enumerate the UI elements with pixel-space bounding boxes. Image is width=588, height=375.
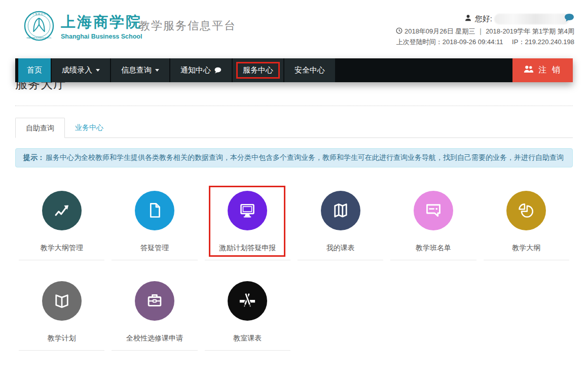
- document-icon: [135, 191, 174, 230]
- service-tile[interactable]: 教学计划: [19, 277, 104, 351]
- tab-business-center[interactable]: 业务中心: [65, 118, 114, 138]
- service-tile[interactable]: 激励计划答疑申报: [205, 187, 290, 260]
- tip-label: 提示：: [23, 153, 45, 161]
- monitor-icon: [228, 191, 267, 230]
- last-login-time: 上次登陆时间：2018-09-26 09:44:11: [396, 38, 503, 46]
- appstore-icon: [228, 281, 267, 321]
- service-tile-label: 教室课表: [233, 334, 262, 343]
- service-tile-label: 答疑管理: [140, 244, 169, 253]
- users-icon: [524, 65, 534, 75]
- school-seal-icon: 上 海 商 学 院 SHANGHAI BUSINESS SCHOOL: [23, 10, 55, 42]
- service-tile[interactable]: 教学班名单: [390, 187, 476, 260]
- service-tile[interactable]: 我的课表: [298, 187, 383, 260]
- nav-item-service-center[interactable]: 服务中心: [233, 58, 283, 82]
- nav-item-label: 服务中心: [243, 65, 273, 75]
- user-info-block: 您好: 2018年09月26日 星期三 ｜ 2018-2019学年 第1学期 第…: [396, 13, 574, 47]
- nav-item-info-query[interactable]: 信息查询: [111, 58, 169, 82]
- login-ip: IP：219.220.240.198: [512, 38, 574, 46]
- app-header: 上 海 商 学 院 SHANGHAI BUSINESS SCHOOL 上海商学院…: [0, 0, 588, 58]
- service-hall: 服务大厅 自助查询 业务中心 提示：服务中心为全校教师和学生提供各类教务相关的数…: [15, 58, 573, 351]
- username-redacted: [494, 14, 569, 24]
- info-tip-bar: 提示：服务中心为全校教师和学生提供各类教务相关的数据查询，本分类中包含多个查询业…: [15, 148, 573, 167]
- nav-item-label: 信息查询: [121, 65, 152, 75]
- separator: ｜: [477, 27, 484, 36]
- pie-chart-icon: [506, 191, 546, 230]
- nav-item-label: 成绩录入: [62, 65, 92, 75]
- service-tile[interactable]: 答疑管理: [112, 187, 197, 260]
- nav-item-notice-center[interactable]: 通知中心: [170, 58, 232, 82]
- service-tile-label: 全校性选修课申请: [126, 334, 183, 343]
- user-icon: [464, 14, 472, 24]
- service-tile-label: 我的课表: [326, 244, 355, 253]
- school-name-en: Shanghai Business School: [61, 33, 142, 40]
- school-logo[interactable]: 上 海 商 学 院 SHANGHAI BUSINESS SCHOOL 上海商学院…: [23, 10, 142, 42]
- service-tile-label: 激励计划答疑申报: [219, 244, 276, 253]
- service-tile-label: 教学大纲管理: [41, 244, 83, 253]
- main-navbar: 首页成绩录入信息查询通知中心服务中心安全中心 注 销: [15, 58, 573, 82]
- school-name-zh: 上海商学院: [61, 12, 142, 32]
- nav-item-label: 通知中心: [180, 65, 211, 75]
- nav-item-label: 首页: [27, 65, 42, 75]
- service-tile[interactable]: 全校性选修课申请: [112, 277, 197, 351]
- greeting-label: 您好:: [475, 14, 492, 24]
- service-tile[interactable]: 教学大纲管理: [19, 187, 104, 260]
- service-tile-label: 教学班名单: [416, 244, 451, 253]
- svg-text:SHANGHAI BUSINESS SCHOOL: SHANGHAI BUSINESS SCHOOL: [26, 37, 52, 39]
- service-grid: 教学大纲管理答疑管理激励计划答疑申报我的课表教学班名单教学大纲教学计划全校性选修…: [15, 187, 573, 351]
- tab-bar: 自助查询 业务中心: [15, 118, 573, 138]
- nav-item-grade-entry[interactable]: 成绩录入: [52, 58, 110, 82]
- semester-week: 2018-2019学年 第1学期 第4周: [486, 27, 574, 36]
- service-tile-label: 教学大纲: [512, 244, 540, 253]
- nav-item-label: 安全中心: [295, 65, 325, 75]
- current-date: 2018年09月26日 星期三: [405, 27, 475, 36]
- platform-title: 教学服务信息平台: [139, 18, 236, 33]
- map-icon: [321, 191, 360, 230]
- tip-text: 服务中心为全校教师和学生提供各类教务相关的数据查询，本分类中包含多个查询业务，教…: [46, 153, 564, 161]
- service-tile[interactable]: 教室课表: [205, 277, 290, 351]
- book-icon: [42, 281, 82, 321]
- tab-self-query[interactable]: 自助查询: [15, 118, 65, 138]
- service-tile-label: 教学计划: [48, 334, 76, 343]
- navbar-items: 首页成绩录入信息查询通知中心服务中心安全中心: [18, 58, 336, 82]
- logout-button[interactable]: 注 销: [512, 58, 573, 82]
- speech-bubble-icon: [214, 67, 222, 74]
- service-tile[interactable]: 教学大纲: [484, 187, 569, 260]
- logout-label: 注 销: [539, 65, 562, 76]
- trend-chart-icon: [42, 191, 82, 230]
- navbar-spacer: [336, 58, 512, 82]
- nav-item-security-center[interactable]: 安全中心: [284, 58, 335, 82]
- chevron-down-icon: [96, 69, 100, 72]
- nav-item-home[interactable]: 首页: [18, 58, 51, 82]
- clock-icon: [396, 27, 402, 36]
- svg-text:上 海 商 学 院: 上 海 商 学 院: [32, 13, 46, 15]
- briefcase-icon: [135, 281, 174, 321]
- chat-bubble-icon: [414, 191, 453, 230]
- message-bubble-icon[interactable]: [564, 13, 574, 24]
- chevron-down-icon: [155, 69, 159, 72]
